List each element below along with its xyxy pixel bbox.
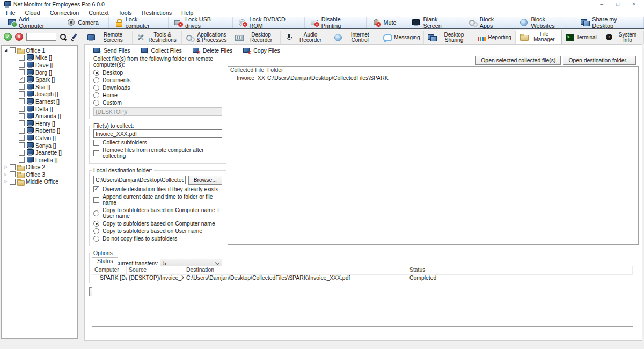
search-icon[interactable] [60, 33, 67, 41]
tree-expander-icon[interactable] [3, 179, 8, 184]
subfolder-option[interactable]: Copy to subfolders based on User name [93, 228, 222, 234]
column-header[interactable]: Collected File [228, 67, 265, 75]
menu-item[interactable]: Cloud [20, 10, 45, 16]
menu-item[interactable]: Context [84, 10, 113, 16]
minimize-button[interactable]: – [594, 0, 610, 9]
tree-item[interactable]: Middle Office [2, 178, 77, 186]
module-tab[interactable]: Remote Screens [83, 31, 133, 44]
tree-item-checkbox[interactable] [10, 47, 16, 53]
tree-item[interactable]: Star [] [2, 83, 77, 91]
tree-item-checkbox[interactable] [19, 69, 25, 75]
tree-item-checkbox[interactable] [19, 128, 25, 134]
destination-option[interactable]: Append current date and time to folder o… [93, 194, 222, 206]
tree-item[interactable]: Office 2 [2, 164, 77, 171]
tree-item-checkbox[interactable] [10, 179, 16, 185]
status-row[interactable]: SPARK [Damjan] {DESKTOP}/Invoice_XXX.pdf… [92, 275, 633, 282]
maximize-button[interactable]: □ [610, 0, 626, 9]
module-tab[interactable]: Applications & Processes [182, 31, 231, 44]
tree-item[interactable]: Office 1 [2, 47, 77, 54]
tree-item-checkbox[interactable] [19, 62, 25, 68]
tree-item-checkbox[interactable] [19, 120, 25, 126]
tree-item-checkbox[interactable] [10, 171, 16, 177]
tree-item[interactable]: Borg [] [2, 69, 77, 76]
tree-item[interactable]: Calvin [] [2, 134, 77, 142]
disconnect-button[interactable]: × [15, 33, 23, 41]
module-tab[interactable]: Messaging [379, 31, 424, 44]
subfolder-option[interactable]: Do not copy files to subfolders [93, 236, 222, 242]
toolbar-button[interactable]: Camera [61, 17, 108, 28]
collect-option[interactable]: Remove files from remote computer after … [93, 147, 222, 159]
close-button[interactable]: × [626, 0, 642, 9]
column-header[interactable]: Destination [184, 266, 407, 274]
column-header[interactable]: Folder [265, 67, 638, 75]
collect-option[interactable]: Collect subfolders [93, 140, 222, 146]
destination-folder-input[interactable] [93, 176, 186, 184]
tree-item[interactable]: Sonya [] [2, 142, 77, 149]
menu-item[interactable]: File [1, 10, 20, 16]
source-folder-option[interactable]: Desktop [93, 70, 222, 76]
tree-item[interactable]: Spark [] [2, 76, 77, 83]
tree-item[interactable]: Della [] [2, 105, 77, 113]
radio-icon[interactable] [93, 100, 99, 106]
open-button[interactable]: Open destination folder... [563, 56, 636, 65]
file-operation-tab[interactable]: Collect Files [136, 46, 187, 55]
search-input[interactable] [26, 33, 56, 41]
tree-item[interactable]: Earnest [] [2, 98, 77, 105]
menu-item[interactable]: Help [177, 10, 198, 16]
tree-item[interactable]: Loretta [] [2, 156, 77, 164]
checkbox-icon[interactable] [93, 140, 99, 146]
edit-icon[interactable] [70, 33, 78, 41]
tree-item-checkbox[interactable] [19, 77, 25, 83]
menu-item[interactable]: Restrictions [137, 10, 177, 16]
tree-item-checkbox[interactable] [19, 98, 25, 104]
tree-item-checkbox[interactable] [19, 106, 25, 112]
radio-icon[interactable] [93, 210, 99, 216]
tree-item[interactable]: Joseph [] [2, 91, 77, 98]
checkbox-icon[interactable] [93, 186, 99, 192]
toolbar-button[interactable]: Disable Printing [305, 17, 367, 28]
source-folder-option[interactable]: Downloads [93, 85, 222, 91]
tree-item[interactable]: Dave [] [2, 61, 77, 69]
module-tab[interactable]: File Manager [516, 30, 562, 44]
tree-item[interactable]: Roberto [] [2, 127, 77, 135]
toolbar-button[interactable]: Add Computer [2, 17, 61, 28]
column-header[interactable]: Computer [92, 266, 127, 274]
destination-option[interactable]: Overwrite destination files if they alre… [93, 186, 222, 192]
module-tab[interactable]: Internet Control [330, 31, 379, 44]
file-operation-tab[interactable]: Send Files [88, 46, 136, 55]
status-tab[interactable]: Status [92, 257, 118, 266]
menu-item[interactable]: Tools [113, 10, 136, 16]
tree-item-checkbox[interactable] [19, 91, 25, 97]
module-tab[interactable]: Reporting [473, 31, 515, 44]
column-header[interactable]: Source [127, 266, 184, 274]
tree-item-checkbox[interactable] [19, 113, 25, 119]
subfolder-option[interactable]: Copy to subfolders based on Computer nam… [93, 207, 222, 219]
radio-icon[interactable] [93, 228, 99, 234]
module-tab[interactable]: Audio Recorder [281, 31, 330, 44]
module-tab[interactable]: Desktop Sharing [424, 31, 473, 44]
checkbox-icon[interactable] [93, 197, 99, 203]
tree-item[interactable]: Jeanette [] [2, 149, 77, 156]
collected-file-row[interactable]: Invoice_XXX.pdf C:\Users\Damjan\Desktop\… [228, 75, 638, 83]
files-to-collect-input[interactable] [93, 129, 222, 138]
toolbar-button[interactable]: Lock DVD/CD-ROM [233, 17, 305, 28]
tree-item-checkbox[interactable] [19, 55, 25, 61]
toolbar-button[interactable]: Mute [367, 17, 406, 28]
toolbar-button[interactable]: Block Apps [463, 17, 515, 28]
tree-expander-icon[interactable] [3, 165, 8, 169]
radio-icon[interactable] [93, 92, 99, 98]
column-header[interactable]: Status [407, 266, 633, 274]
file-operation-tab[interactable]: Copy Files [238, 46, 286, 55]
tree-item-checkbox[interactable] [19, 157, 25, 163]
tree-item[interactable]: Mike [] [2, 54, 77, 62]
custom-path-input[interactable] [93, 107, 222, 116]
module-tab[interactable]: Terminal [562, 31, 601, 44]
module-tab[interactable]: Tools & Restrictions [133, 31, 182, 44]
radio-icon[interactable] [93, 77, 99, 83]
tree-item-checkbox[interactable] [19, 150, 25, 156]
source-folder-option[interactable]: Home [93, 92, 222, 98]
tree-item-checkbox[interactable] [10, 164, 16, 170]
file-operation-tab[interactable]: Delete Files [187, 46, 238, 55]
tree-item-checkbox[interactable] [19, 142, 25, 148]
tree-item[interactable]: Office 3 [2, 171, 77, 178]
